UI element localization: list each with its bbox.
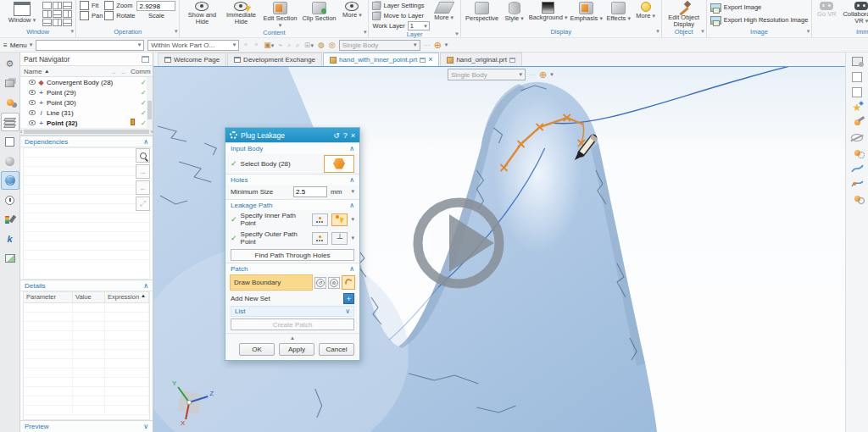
floating-selection-type-combo[interactable]: Single Body▾	[448, 69, 526, 80]
point-settings-icon[interactable]	[850, 147, 864, 159]
tree-row-point-32[interactable]: + Point (32) ✓	[20, 118, 153, 128]
selection-rules-icon[interactable]	[850, 55, 864, 68]
dependencies-header[interactable]: Dependencies∧	[20, 136, 153, 147]
display-more-button[interactable]: More ▾	[634, 1, 658, 19]
edit-object-display-button[interactable]: Edit Object Display	[665, 1, 703, 28]
tab-welcome-page[interactable]: Welcome Page	[158, 53, 226, 66]
window-restore-icon[interactable]	[420, 58, 426, 63]
background-button[interactable]: Background ▾	[529, 1, 568, 21]
input-body-section-header[interactable]: Input Body∧	[225, 142, 359, 153]
details-header[interactable]: Details∧	[20, 280, 153, 291]
select-body-button[interactable]	[324, 155, 354, 173]
find-path-button[interactable]: Find Path Through Holes	[231, 249, 354, 261]
wireframe-view-icon[interactable]: ◎	[329, 41, 336, 49]
visibility-eye-icon[interactable]	[29, 100, 36, 105]
checkbox-blank2-icon[interactable]	[850, 86, 864, 98]
style-button[interactable]: Style ▾	[502, 1, 527, 22]
close-tab-icon[interactable]: ×	[428, 56, 432, 64]
hd3d-tools-icon[interactable]	[1, 152, 19, 170]
work-layer-combo[interactable]: 1▾	[408, 21, 430, 30]
boundary-loop-button[interactable]: ↺	[314, 277, 326, 289]
ok-button[interactable]: OK	[239, 343, 275, 356]
materials-icon[interactable]: k	[1, 230, 19, 248]
export-image-button[interactable]: Export Image	[710, 3, 809, 12]
zoom-button[interactable]: Zoom	[104, 1, 135, 10]
immediate-hide-button[interactable]: Immediate Hide	[222, 1, 259, 25]
tab-development-exchange[interactable]: Development Exchange	[227, 53, 322, 66]
layout-split-v-icon[interactable]	[53, 2, 62, 9]
selection-scope-combo[interactable]: Within Work Part O...▾	[147, 40, 239, 51]
layout-quad-icon[interactable]	[42, 10, 52, 18]
menu-button[interactable]: ≡ Menu ▾	[3, 42, 32, 49]
show-and-hide-button[interactable]: Show and Hide	[183, 1, 220, 25]
outer-point-button[interactable]: ┴	[331, 232, 348, 245]
layout-nine-icon[interactable]	[63, 19, 72, 26]
target-dropdown-icon[interactable]: ▾	[445, 42, 448, 48]
tree-horizontal-scrollbar[interactable]: ‹›	[20, 128, 153, 136]
layer-more-button[interactable]: More ▾	[431, 1, 457, 21]
assembly-navigator-icon[interactable]	[1, 74, 19, 92]
ai-assist-star-icon[interactable]: ★	[850, 101, 864, 114]
outer-point-dropdown[interactable]: ▾	[351, 235, 354, 241]
floating-target-dropdown[interactable]: ▾	[550, 71, 554, 78]
tree-column-headers[interactable]: Name▲ .... Comm	[20, 66, 153, 77]
add-selection-icon[interactable]: ⊞▾	[304, 41, 314, 49]
minimum-size-input[interactable]	[293, 186, 327, 197]
cancel-button[interactable]: Cancel	[319, 343, 354, 356]
unit-combo[interactable]: mm▾	[331, 188, 354, 196]
link-filter-icon[interactable]: ⚬	[242, 41, 249, 49]
web-browser-icon[interactable]	[1, 171, 19, 190]
spline-tool-icon[interactable]	[850, 162, 864, 174]
dependencies-forward-button[interactable]: →	[136, 164, 150, 179]
dialog-collapse-handle[interactable]: ▲	[225, 333, 359, 341]
dialog-close-icon[interactable]: ×	[351, 131, 355, 140]
inner-point-dialog-button[interactable]	[312, 213, 328, 226]
visibility-eye-icon[interactable]	[29, 110, 36, 115]
constraint-navigator-icon[interactable]	[1, 93, 19, 112]
floating-target-icon[interactable]: ⊕	[539, 70, 547, 80]
layout-single-icon[interactable]	[42, 2, 52, 9]
edit-section-button[interactable]: Edit Section ▾	[261, 1, 298, 29]
dependencies-back-button[interactable]: ←	[136, 180, 150, 195]
settings-gear-icon[interactable]: ⚙	[1, 54, 19, 73]
shaded-view-icon[interactable]: ◍	[318, 41, 325, 49]
tree-row-line-31[interactable]: / Line (31) ✓	[20, 108, 153, 118]
copy-point-icon[interactable]	[850, 192, 864, 205]
add-new-set-button[interactable]: +	[343, 293, 354, 304]
emphasis-button[interactable]: Emphasis ▾	[570, 1, 604, 22]
scenes-icon[interactable]	[1, 249, 19, 268]
layout-cols-icon[interactable]	[63, 10, 72, 18]
list-collapsed-row[interactable]: List∨	[231, 306, 354, 317]
type-filter-icon[interactable]: ▣▾	[264, 41, 274, 49]
dialog-reset-icon[interactable]: ↺	[333, 131, 340, 140]
preview-header[interactable]: Preview∨	[20, 420, 153, 432]
dependencies-expand-button[interactable]: ⤢	[136, 197, 150, 211]
layout-split-h-icon[interactable]	[63, 2, 72, 9]
clip-section-button[interactable]: Clip Section	[300, 1, 337, 22]
dialog-help-icon[interactable]: ?	[343, 131, 348, 140]
patch-section-header[interactable]: Patch∧	[225, 263, 359, 274]
undock-panel-icon[interactable]	[142, 56, 149, 63]
move-to-layer-button[interactable]: Move to Layer	[372, 11, 429, 20]
dependencies-search-button[interactable]	[136, 148, 150, 163]
hide-object-icon[interactable]	[850, 131, 864, 144]
tab-hand-with-inner-point[interactable]: hand_with_inner_point.prt ×	[323, 53, 439, 66]
fit-button[interactable]: Fit	[80, 1, 103, 10]
visibility-eye-icon[interactable]	[29, 90, 36, 95]
visibility-eye-icon[interactable]	[29, 80, 36, 85]
edit-point-icon[interactable]	[850, 116, 864, 129]
leakage-path-section-header[interactable]: Leakage Path∧	[225, 199, 359, 210]
dialog-title-bar[interactable]: Plug Leakage ↺ ? ×	[225, 128, 359, 142]
zoom-out-filter-icon[interactable]: ⌕	[296, 41, 300, 50]
point-snap-target-icon[interactable]: ⊕	[434, 41, 442, 50]
roles-icon[interactable]	[1, 210, 19, 229]
apply-button[interactable]: Apply	[279, 343, 314, 356]
video-play-button[interactable]	[408, 192, 509, 294]
layout-grid-icon[interactable]	[53, 10, 62, 18]
draw-curve-button[interactable]	[342, 275, 355, 290]
part-navigator-icon[interactable]	[1, 113, 19, 131]
inner-point-button[interactable]	[331, 213, 348, 226]
perspective-button[interactable]: Perspective	[465, 1, 500, 22]
scale-input[interactable]	[136, 1, 175, 11]
boundary-region-button[interactable]: ⊛	[328, 277, 340, 289]
